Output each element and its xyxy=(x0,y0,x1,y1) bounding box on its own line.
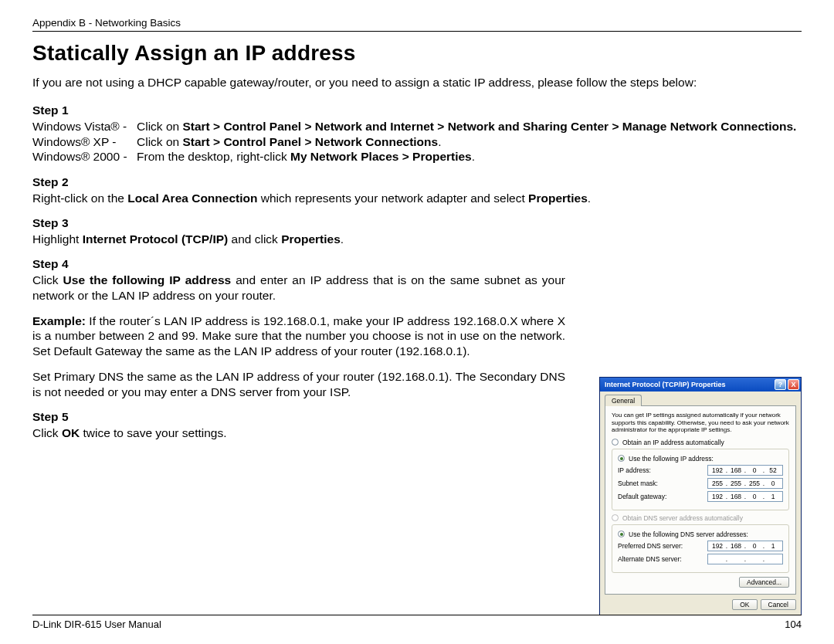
subnet-mask-input[interactable]: 255. 255. 255. 0 xyxy=(707,478,783,489)
step-1-body: Windows Vista® - Click on Start > Contro… xyxy=(32,119,802,164)
footer-page-number: 104 xyxy=(785,619,802,630)
help-icon[interactable]: ? xyxy=(775,379,786,390)
step-1-w2k-text: From the desktop, right-click My Network… xyxy=(137,149,802,164)
ok-button[interactable]: OK xyxy=(732,599,757,610)
step-2-body: Right-click on the Local Area Connection… xyxy=(32,191,802,205)
step-1-xp-text: Click on Start > Control Panel > Network… xyxy=(137,134,802,149)
step-3-label: Step 3 xyxy=(32,216,802,230)
step-1-xp-os: Windows® XP - xyxy=(32,134,137,149)
step-5-body: Click OK twice to save your settings. xyxy=(32,425,565,440)
dialog-button-row: OK Cancel xyxy=(600,599,801,615)
tab-general[interactable]: General xyxy=(605,395,642,406)
ip-fieldset: Use the following IP address: IP address… xyxy=(612,449,789,510)
tcpip-properties-dialog: Internet Protocol (TCP/IP) Properties ? … xyxy=(599,377,802,615)
preferred-dns-row: Preferred DNS server: 192. 168. 0. 1 xyxy=(618,541,783,551)
preferred-dns-input[interactable]: 192. 168. 0. 1 xyxy=(707,541,783,551)
step-4-p1: Click Use the following IP address and e… xyxy=(32,273,565,303)
radio-use-ip[interactable]: Use the following IP address: xyxy=(618,455,783,463)
radio-icon xyxy=(612,439,619,446)
step-4-p3: Set Primary DNS the same as the LAN IP a… xyxy=(32,369,565,399)
step-1-vista-text: Click on Start > Control Panel > Network… xyxy=(137,119,802,134)
tab-panel-general: You can get IP settings assigned automat… xyxy=(605,405,796,595)
page-title: Statically Assign an IP address xyxy=(32,41,802,66)
advanced-button[interactable]: Advanced... xyxy=(739,577,789,588)
radio-use-dns[interactable]: Use the following DNS server addresses: xyxy=(618,530,783,538)
step-4-p2: Example: If the router´s LAN IP address … xyxy=(32,314,565,358)
cancel-button[interactable]: Cancel xyxy=(761,599,796,610)
radio-icon xyxy=(618,455,625,462)
step-1-vista-os: Windows Vista® - xyxy=(32,119,137,134)
step-5-label: Step 5 xyxy=(32,410,565,424)
ip-address-row: IP address: 192. 168. 0. 52 xyxy=(618,465,783,476)
step-3-body: Highlight Internet Protocol (TCP/IP) and… xyxy=(32,232,802,246)
radio-icon xyxy=(612,514,619,521)
page-footer: D-Link DIR-615 User Manual 104 xyxy=(32,615,802,630)
step-4-label: Step 4 xyxy=(32,257,802,271)
default-gateway-row: Default gateway: 192. 168. 0. 1 xyxy=(618,491,783,502)
dialog-title: Internet Protocol (TCP/IP) Properties xyxy=(605,381,773,388)
step-1-w2k-os: Windows® 2000 - xyxy=(32,149,137,164)
dialog-titlebar[interactable]: Internet Protocol (TCP/IP) Properties ? … xyxy=(600,378,801,391)
footer-manual-name: D-Link DIR-615 User Manual xyxy=(32,619,161,630)
close-icon[interactable]: X xyxy=(788,379,799,390)
step-1-label: Step 1 xyxy=(32,103,802,117)
step-2-label: Step 2 xyxy=(32,175,802,189)
dns-fieldset: Use the following DNS server addresses: … xyxy=(612,524,789,573)
radio-icon xyxy=(618,530,625,537)
subnet-mask-row: Subnet mask: 255. 255. 255. 0 xyxy=(618,478,783,489)
page-header: Appendix B - Networking Basics xyxy=(32,15,802,32)
alternate-dns-input[interactable]: . . . xyxy=(707,554,783,564)
alternate-dns-row: Alternate DNS server: . . . xyxy=(618,554,783,564)
default-gateway-input[interactable]: 192. 168. 0. 1 xyxy=(707,491,783,502)
tab-strip: General xyxy=(600,391,801,406)
dialog-description: You can get IP settings assigned automat… xyxy=(612,412,789,434)
ip-address-input[interactable]: 192. 168. 0. 52 xyxy=(707,465,783,476)
radio-obtain-dns-auto: Obtain DNS server address automatically xyxy=(612,514,789,522)
intro-paragraph: If you are not using a DHCP capable gate… xyxy=(32,75,802,90)
radio-obtain-ip-auto[interactable]: Obtain an IP address automatically xyxy=(612,439,789,446)
appendix-title: Appendix B - Networking Basics xyxy=(32,17,181,29)
